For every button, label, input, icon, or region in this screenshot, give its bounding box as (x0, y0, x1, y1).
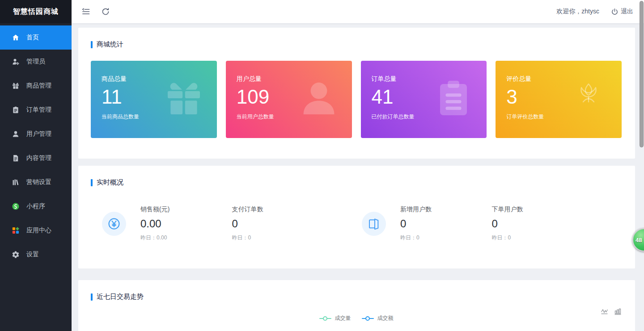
floating-badge-label: 48 (636, 237, 642, 243)
legend-item-volume[interactable]: 成交量 (319, 314, 351, 322)
realtime-stats-row: 销售额(元) 0.00 昨日：0.00 支付订单数 0 昨日：0 新增用户数 (91, 205, 622, 242)
clipboard-watermark-icon (432, 77, 475, 120)
title-accent-bar (91, 293, 93, 301)
sidebar-item-label: 应用中心 (26, 226, 51, 235)
sidebar-item-products[interactable]: 商品管理 (0, 74, 72, 98)
stat-ordering-users: 下单用户数 0 昨日：0 (492, 205, 622, 242)
sidebar-item-marketing[interactable]: 营销设置 (0, 170, 72, 194)
order-clipboard-icon (12, 106, 20, 114)
user-icon (12, 130, 20, 138)
mall-statistics-panel: 商城统计 商品总量 11 当前商品总数量 用户总量 109 当前用户总数量 (78, 28, 635, 159)
welcome-text: 欢迎你，zhtysc (556, 8, 599, 16)
legend-label: 成交额 (377, 314, 394, 322)
card-review-total[interactable]: 评价总量 3 订单评价总数量 (496, 61, 622, 138)
line-chart-icon[interactable] (601, 308, 608, 315)
sidebar-item-label: 管理员 (26, 58, 45, 66)
sidebar-item-label: 首页 (26, 34, 39, 42)
stat-sales-amount: 销售额(元) 0.00 昨日：0.00 (102, 205, 232, 242)
legend-item-amount[interactable]: 成交额 (362, 314, 394, 322)
stat-paid-orders: 支付订单数 0 昨日：0 (232, 205, 362, 242)
flower-watermark-icon (567, 77, 610, 120)
stat-label: 新增用户数 (400, 205, 432, 214)
sidebar-item-label: 小程序 (26, 202, 45, 210)
user-watermark-icon (297, 77, 340, 120)
section-title-text: 商城统计 (97, 40, 123, 49)
menu-fold-icon[interactable] (81, 7, 90, 16)
sidebar-item-label: 营销设置 (26, 178, 51, 186)
sidebar-item-home[interactable]: 首页 (0, 25, 72, 50)
stat-new-users: 新增用户数 0 昨日：0 (362, 205, 492, 242)
sidebar-item-label: 设置 (26, 251, 39, 259)
top-header: 欢迎你，zhtysc 退出 (72, 0, 644, 23)
section-title-realtime: 实时概况 (91, 178, 622, 187)
chart-legend: 成交量 成交额 (91, 314, 622, 322)
refresh-icon[interactable] (101, 7, 110, 16)
sidebar-item-app-center[interactable]: 应用中心 (0, 218, 72, 243)
sidebar: 智慧恬园商城 首页 管理员 商品管理 订单管理 (0, 0, 72, 331)
legend-label: 成交量 (335, 314, 351, 322)
card-user-total[interactable]: 用户总量 109 当前用户总数量 (226, 61, 352, 138)
sidebar-item-label: 用户管理 (26, 130, 51, 138)
trend-chart-panel: 近七日交易走势 成交量 成交额 (78, 280, 635, 331)
card-product-total[interactable]: 商品总量 11 当前商品总数量 (91, 61, 217, 138)
legend-line-marker (362, 316, 374, 321)
sidebar-item-settings[interactable]: 设置 (0, 243, 72, 267)
section-title-text: 近七日交易走势 (97, 293, 144, 301)
open-door-icon (362, 212, 386, 236)
sidebar-item-label: 商品管理 (26, 82, 51, 90)
vertical-scrollbar[interactable] (640, 1, 644, 147)
realtime-overview-panel: 实时概况 销售额(元) 0.00 昨日：0.00 支付订单数 0 昨日：0 (78, 166, 635, 268)
stat-value: 0 (400, 218, 432, 230)
yuan-circle-icon (102, 212, 126, 236)
gift-icon (12, 82, 20, 90)
stat-value: 0 (492, 218, 523, 230)
stat-yesterday: 昨日：0.00 (140, 234, 169, 242)
sidebar-item-admin[interactable]: 管理员 (0, 50, 72, 74)
sidebar-item-content[interactable]: 内容管理 (0, 146, 72, 170)
logout-label: 退出 (621, 8, 633, 16)
app-logo: 智慧恬园商城 (0, 0, 72, 23)
document-icon (12, 154, 20, 162)
sidebar-item-miniprogram[interactable]: 小程序 (0, 194, 72, 218)
miniprogram-icon (12, 202, 20, 210)
title-accent-bar (91, 41, 93, 48)
stat-yesterday: 昨日：0 (400, 234, 432, 242)
books-icon (12, 178, 20, 186)
card-order-total[interactable]: 订单总量 41 已付款订单总数量 (361, 61, 487, 138)
bar-chart-icon[interactable] (614, 308, 622, 315)
section-title-trend: 近七日交易走势 (91, 293, 622, 301)
stat-yesterday: 昨日：0 (492, 234, 523, 242)
admin-user-icon (12, 58, 20, 66)
stat-label: 支付订单数 (232, 205, 263, 214)
section-title-text: 实时概况 (97, 178, 123, 187)
sidebar-item-label: 内容管理 (26, 154, 51, 162)
power-icon (611, 8, 619, 16)
sidebar-menu: 首页 管理员 商品管理 订单管理 用户管理 (0, 23, 72, 267)
gift-watermark-icon (162, 77, 205, 120)
stat-value: 0 (232, 218, 263, 230)
stat-cards-row: 商品总量 11 当前商品总数量 用户总量 109 当前用户总数量 订单总量 41… (91, 61, 622, 138)
stat-label: 下单用户数 (492, 205, 523, 214)
gear-icon (12, 251, 20, 259)
home-icon (12, 34, 20, 42)
stat-value: 0.00 (140, 218, 169, 230)
app-center-icon (12, 226, 20, 235)
legend-line-marker (319, 316, 331, 321)
sidebar-item-users[interactable]: 用户管理 (0, 122, 72, 146)
sidebar-item-label: 订单管理 (26, 106, 51, 114)
stat-label: 销售额(元) (140, 205, 169, 214)
chart-toolbox (601, 308, 622, 315)
stat-yesterday: 昨日：0 (232, 234, 263, 242)
logout-button[interactable]: 退出 (611, 8, 633, 16)
sidebar-item-orders[interactable]: 订单管理 (0, 98, 72, 122)
main-content: 商城统计 商品总量 11 当前商品总数量 用户总量 109 当前用户总数量 (72, 23, 644, 331)
section-title-mall-statistics: 商城统计 (91, 40, 622, 49)
title-accent-bar (91, 179, 93, 186)
